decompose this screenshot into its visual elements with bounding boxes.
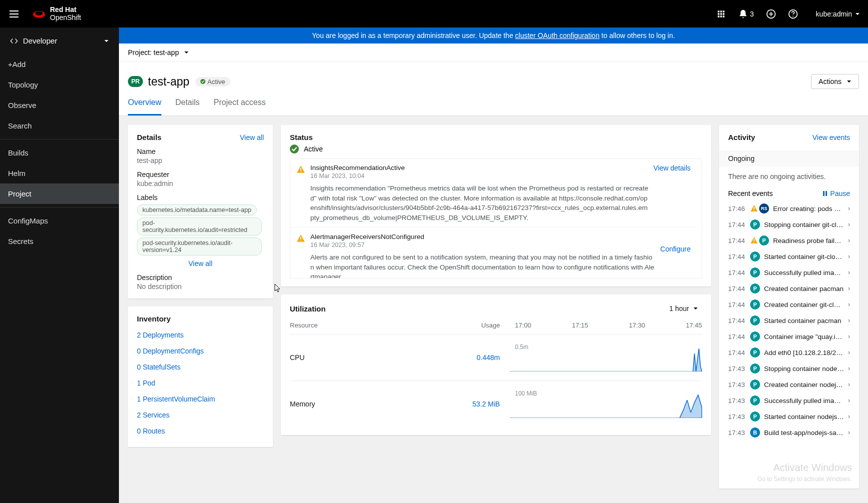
- svg-point-4: [793, 16, 794, 16]
- hamburger-icon[interactable]: [8, 8, 20, 20]
- redhat-icon: [32, 9, 46, 19]
- logo-text: Red Hat OpenShift: [50, 6, 81, 22]
- bell-icon: [738, 9, 748, 19]
- username: kube:admin: [816, 10, 852, 18]
- notif-count: 3: [750, 10, 754, 18]
- header-icons: 3 kube:admin: [716, 9, 860, 19]
- plus-circle-icon[interactable]: [766, 9, 776, 19]
- user-menu[interactable]: kube:admin: [816, 10, 860, 18]
- brand-openshift: OpenShift: [50, 14, 81, 22]
- caret-down-icon: [855, 12, 860, 16]
- help-icon[interactable]: [788, 9, 798, 19]
- apps-icon[interactable]: [716, 9, 726, 19]
- svg-point-1: [35, 11, 42, 15]
- top-header: Red Hat OpenShift 3 kube:admin: [0, 0, 868, 28]
- brand-redhat: Red Hat: [50, 6, 81, 14]
- notifications-button[interactable]: 3: [738, 9, 754, 19]
- logo[interactable]: Red Hat OpenShift: [32, 6, 81, 22]
